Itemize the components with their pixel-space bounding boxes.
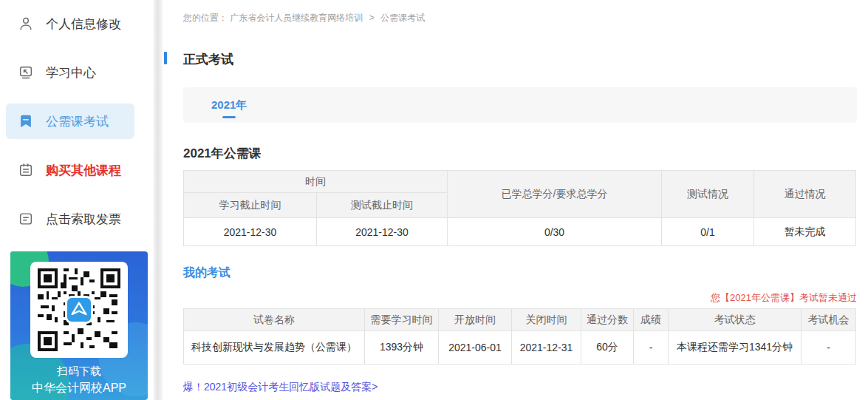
exam-cell-paper-name: 科技创新现状与发展趋势（公需课）	[184, 331, 365, 365]
exam-cell-status: 本课程还需学习1341分钟	[669, 331, 802, 365]
tab-active-underline	[222, 116, 236, 118]
summary-header-tests: 测试情况	[662, 171, 754, 218]
exam-header-close-time: 关闭时间	[512, 309, 581, 331]
promo-link[interactable]: 爆！2021初级会计考生回忆版试题及答案>	[183, 381, 377, 394]
exam-table: 试卷名称 需要学习时间 开放时间 关闭时间 通过分数 成绩 考试状态 考试机会 …	[183, 308, 856, 365]
breadcrumb-separator: >	[369, 13, 375, 23]
breadcrumb-root-link[interactable]: 广东省会计人员继续教育网络培训	[230, 13, 363, 23]
invoice-icon	[18, 211, 34, 227]
exam-cell-open-time: 2021-06-01	[439, 331, 512, 365]
page-title: 正式考试	[183, 52, 233, 67]
exam-header-open-time: 开放时间	[439, 309, 512, 331]
calendar-icon	[18, 162, 34, 178]
monitor-icon	[18, 64, 34, 81]
sidebar-item-label: 点击索取发票	[46, 211, 121, 228]
summary-cell-pass-status: 暂未完成	[754, 218, 856, 246]
summary-cell-study-deadline: 2021-12-30	[184, 218, 317, 246]
summary-cell-tests: 0/1	[662, 218, 754, 246]
year-tab-bar: 2021年	[183, 87, 857, 123]
summary-cell-test-deadline: 2021-12-30	[317, 218, 448, 246]
exam-header-chances: 考试机会	[802, 309, 856, 331]
exam-header-required-study-time: 需要学习时间	[365, 309, 439, 331]
my-exam-title: 我的考试	[183, 265, 857, 281]
exam-table-row: 科技创新现状与发展趋势（公需课） 1393分钟 2021-06-01 2021-…	[184, 331, 856, 365]
summary-header-credits: 已学总学分/要求总学分	[448, 171, 662, 218]
exam-cell-required-study-time: 1393分钟	[365, 331, 439, 365]
sidebar-item-public-course-exam[interactable]: 公需课考试	[6, 104, 134, 139]
qr-code	[30, 262, 128, 358]
exam-header-paper-name: 试卷名称	[184, 309, 365, 331]
app-logo-icon	[65, 296, 93, 324]
sidebar-item-profile[interactable]: 个人信息修改	[6, 6, 134, 41]
bookmark-icon	[18, 113, 34, 129]
sidebar-item-learning-center[interactable]: 学习中心	[6, 55, 134, 90]
sidebar-divider	[154, 0, 163, 400]
sidebar-item-label: 学习中心	[46, 64, 96, 81]
sidebar-item-invoice[interactable]: 点击索取发票	[6, 201, 134, 237]
sidebar-item-label: 购买其他课程	[46, 162, 121, 179]
course-summary-table: 时间 已学总学分/要求总学分 测试情况 通过情况 学习截止时间 测试截止时间 2…	[183, 170, 856, 246]
summary-header-pass: 通过情况	[754, 171, 856, 218]
exam-header-pass-score: 通过分数	[581, 309, 634, 331]
page: 个人信息修改 学习中心 公需课考试	[0, 0, 868, 400]
summary-cell-credits: 0/30	[448, 218, 662, 246]
course-summary-title: 2021年公需课	[183, 145, 857, 162]
main-content: 您的位置： 广东省会计人员继续教育网络培训 > 公需课考试 正式考试 2021年…	[163, 0, 868, 400]
exam-status-notice: 您【2021年公需课】考试暂未通过	[183, 291, 857, 305]
breadcrumb-current: 公需课考试	[380, 13, 425, 23]
qr-caption-line1: 扫码下载	[10, 365, 148, 379]
summary-header-time: 时间	[184, 171, 448, 193]
title-accent-bar	[164, 52, 167, 64]
summary-header-test-deadline: 测试截止时间	[317, 193, 448, 218]
qr-caption-line2: 中华会计网校APP	[10, 381, 148, 396]
exam-cell-close-time: 2021-12-31	[512, 331, 581, 365]
sidebar-item-label: 个人信息修改	[46, 16, 121, 33]
summary-table-row: 2021-12-30 2021-12-30 0/30 0/1 暂未完成	[184, 218, 856, 246]
tab-2021-label: 2021年	[211, 98, 247, 112]
tab-2021[interactable]: 2021年	[211, 87, 247, 123]
exam-header-status: 考试状态	[669, 309, 802, 331]
page-title-row: 正式考试	[183, 51, 857, 68]
sidebar-item-buy-courses[interactable]: 购买其他课程	[6, 152, 134, 188]
exam-cell-score: -	[634, 331, 669, 365]
summary-header-study-deadline: 学习截止时间	[184, 193, 317, 218]
user-icon	[18, 16, 34, 32]
exam-header-score: 成绩	[634, 309, 669, 331]
breadcrumb-prefix: 您的位置：	[183, 13, 228, 23]
exam-cell-chances: -	[802, 331, 856, 365]
breadcrumb: 您的位置： 广东省会计人员继续教育网络培训 > 公需课考试	[183, 12, 857, 24]
sidebar-item-label: 公需课考试	[46, 113, 109, 130]
sidebar: 个人信息修改 学习中心 公需课考试	[0, 0, 154, 400]
exam-cell-pass-score: 60分	[581, 331, 634, 365]
app-download-banner[interactable]: 扫码下载 中华会计网校APP	[10, 251, 148, 400]
